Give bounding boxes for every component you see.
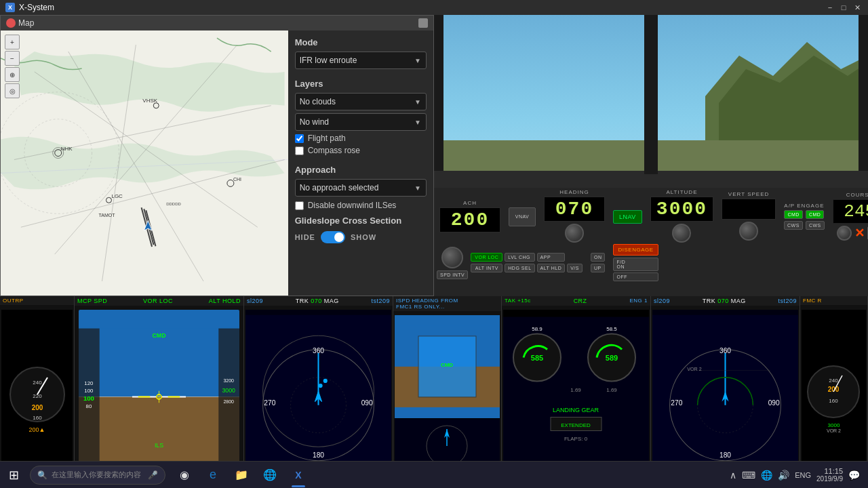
vert-speed-label: VERT SPEED (728, 191, 769, 197)
heading-display: 070 (544, 197, 605, 222)
lvl-chg-group: LVL CHG HDG SEL (505, 253, 534, 272)
close-button[interactable]: ✕ (852, 3, 863, 12)
notification-icon[interactable]: 💬 (848, 470, 860, 481)
taskbar-app-explorer[interactable]: 📁 (228, 462, 255, 489)
arrow-icon[interactable]: ∧ (730, 470, 736, 481)
svg-text:585: 585 (531, 354, 543, 362)
layers-label: Layers (295, 79, 427, 89)
left-panel-header: OUTRP (0, 296, 74, 305)
zoom-out-button[interactable]: − (5, 51, 20, 66)
ach-label: ACH (463, 200, 477, 206)
disable-downwind-row: Disable downwind ILSes (295, 201, 427, 210)
heading-knob[interactable] (565, 224, 584, 243)
approach-select[interactable]: No approach selected (295, 179, 427, 197)
nd-panel: sl209 TRK 070 MAG tst209 360 090 180 (244, 296, 393, 488)
minimize-button[interactable]: − (825, 3, 835, 12)
hdg-sel-btn[interactable]: HDG SEL (505, 264, 534, 272)
eicas-header: TAK +15c CRZ ENG 1 (502, 296, 650, 306)
lnav-button[interactable]: LNAV (613, 210, 642, 224)
cmd-button-1[interactable]: CMD (784, 210, 802, 219)
vnav-button[interactable]: VNAV (509, 207, 536, 226)
ap-speed-group: ACH 200 (437, 199, 503, 234)
lvl-chg-btn[interactable]: LVL CHG (505, 253, 534, 262)
heading-label: HEADING (559, 189, 589, 195)
left-gauges: 240 220 200 160 200▲ (1, 310, 73, 487)
altitude-knob[interactable] (672, 224, 691, 243)
taskbar-app-cortana[interactable]: ◉ (171, 462, 198, 489)
pfd-sky: 120 100 100 80 3200 3000 2800 CMD ILS (79, 310, 239, 484)
cws-button-1[interactable]: CWS (784, 221, 803, 230)
vs-btn[interactable]: V/S (567, 264, 583, 272)
mfd-sky: CMD (395, 315, 500, 418)
wind-select[interactable]: No wind (295, 113, 427, 131)
zoom-in-button[interactable]: + (5, 35, 20, 49)
search-placeholder: 在这里输入你要搜索的内容 (52, 470, 141, 480)
spd-knob[interactable] (441, 247, 463, 268)
off-btn[interactable]: OFF (613, 272, 658, 281)
clouds-select[interactable]: No clouds (295, 93, 427, 110)
svg-text:LANDING GEAR: LANDING GEAR (553, 407, 599, 413)
svg-text:100: 100 (83, 394, 94, 402)
mode-select[interactable]: IFR low enroute (295, 52, 427, 69)
svg-text:FLAPS: 0: FLAPS: 0 (564, 436, 588, 442)
cortana-icon: ◉ (180, 468, 189, 481)
map-close-button[interactable] (6, 18, 16, 28)
ie-icon: e (210, 468, 216, 482)
flight-path-label: Flight path (308, 134, 346, 143)
up-btn[interactable]: UP (591, 264, 606, 272)
svg-text:100: 100 (84, 388, 94, 394)
main-area: ACH 200 VNAV HEADING 070 LNAV ALTITUDE (0, 15, 868, 488)
taskbar-app-edge[interactable]: 🌐 (256, 462, 283, 489)
titlebar-controls[interactable]: − □ ✕ (825, 3, 863, 12)
disable-downwind-label: Disable downwind ILSes (308, 201, 397, 210)
mode-dropdown-wrapper: IFR low enroute ▼ (295, 52, 427, 69)
disengage-button[interactable]: DISENGAGE (613, 244, 658, 256)
vert-speed-group: VERT SPEED (719, 190, 778, 242)
nd-display: 360 090 180 270 (245, 310, 391, 487)
right-nd-sl-label: sl209 (654, 298, 670, 304)
compass-rose-checkbox[interactable] (295, 146, 304, 155)
taskbar-app-xplane[interactable]: X (285, 462, 312, 489)
maximize-button[interactable]: □ (838, 3, 849, 12)
map-canvas[interactable]: + − ⊕ ◎ (1, 30, 288, 296)
taskbar-app-ie[interactable]: e (199, 462, 226, 489)
alt-intv-btn[interactable]: ALT INTV (471, 264, 502, 272)
svg-text:DDDDD: DDDDD (166, 202, 181, 206)
start-button[interactable]: ⊞ (0, 462, 27, 489)
cws-button-2[interactable]: CWS (806, 221, 825, 230)
ap-top-row: ACH 200 VNAV HEADING 070 LNAV ALTITUDE (437, 190, 865, 241)
cmd-button-2[interactable]: CMD (806, 210, 824, 219)
svg-text:090: 090 (768, 399, 780, 407)
spd-intv-btn[interactable]: SPD INTV (437, 270, 468, 279)
on-btn[interactable]: ON (591, 253, 606, 262)
right-alt-panel: FMC R 240 200 160 3000 VOR 2 (800, 296, 868, 488)
titlebar-left: X X-System (5, 3, 54, 12)
outrp-label: OUTRP (3, 298, 24, 304)
heading-group: HEADING 070 (541, 188, 608, 244)
course-knob[interactable] (837, 226, 852, 241)
fo-on-btn[interactable]: F/DON (613, 258, 658, 271)
glideslope-toggle[interactable] (321, 231, 345, 243)
disable-downwind-checkbox[interactable] (295, 201, 304, 210)
vert-speed-knob[interactable] (739, 222, 758, 241)
map-controls-panel: Mode IFR low enroute ▼ Layers No clouds (288, 30, 433, 296)
map-maximize-button[interactable] (418, 18, 428, 28)
cws-buttons: CWS CWS (784, 221, 825, 230)
svg-text:ILS: ILS (155, 442, 163, 449)
pan-button[interactable]: ⊕ (5, 67, 20, 82)
vor-loc-btn[interactable]: VOR LOC (471, 253, 502, 262)
app-btn[interactable]: APP (537, 253, 566, 262)
svg-text:240: 240 (33, 380, 42, 386)
flight-path-checkbox[interactable] (295, 134, 304, 143)
right-nd-panel: sl209 TRK 070 MAG tst209 360 090 180 270… (651, 296, 800, 488)
alt-hld-btn[interactable]: ALT HLD (537, 264, 566, 272)
search-bar[interactable]: 🔍 在这里输入你要搜索的内容 🎤 (30, 466, 165, 485)
pfd-svg: 120 100 100 80 3200 3000 2800 CMD ILS (79, 310, 239, 484)
center-button[interactable]: ◎ (5, 83, 20, 98)
map-toolbar: + − ⊕ ◎ (5, 35, 20, 98)
svg-text:090: 090 (361, 399, 373, 407)
svg-text:270: 270 (264, 399, 275, 407)
taskbar-sys: ∧ ⌨ 🌐 🔊 ENG 11:15 2019/9/9 💬 (730, 467, 868, 483)
right-nd-svg: 360 090 180 270 VOR 2 (652, 310, 798, 487)
disengage-group: DISENGAGE F/DON OFF (613, 244, 658, 281)
